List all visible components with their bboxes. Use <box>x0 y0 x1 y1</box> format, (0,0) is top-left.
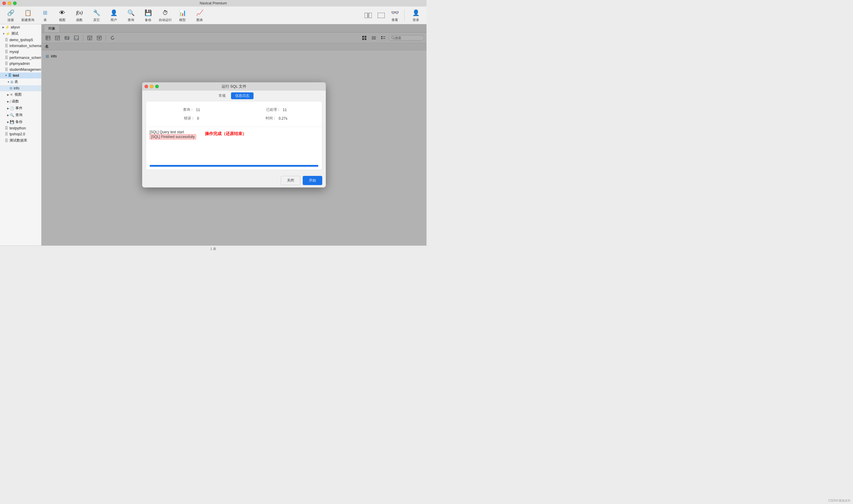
sidebar-item-info[interactable]: ⊞ info <box>0 85 41 91</box>
svg-rect-2 <box>378 13 385 18</box>
info-schema-label: information_schema <box>10 44 41 48</box>
run-sql-modal: 运行 SQL 文件 常规 信息日志 查询： <box>142 82 326 187</box>
modal-tab-log[interactable]: 信息日志 <box>231 92 253 99</box>
sidebar-item-mysql[interactable]: 🗄 mysql <box>0 49 41 55</box>
sidebar-item-tpshop2[interactable]: 🗄 tpshop2.0 <box>0 131 41 137</box>
sidebar-item-func-folder[interactable]: ▶ f 函数 <box>0 98 41 105</box>
view-label: 视图 <box>59 18 66 22</box>
log-lines: [SQL] Query test start [SQL] Finished su… <box>149 130 196 160</box>
close-button[interactable] <box>2 1 6 5</box>
connection-icon: ⚡ <box>6 32 10 36</box>
other-label: 其它 <box>93 18 100 22</box>
main-layout: ▶ ⚡ aliyun ▼ ⚡ 测试 🗄 demo_tpshop5 🗄 infor… <box>0 24 427 246</box>
new-query-label: 新建查询 <box>21 18 34 22</box>
toolbar-function[interactable]: f(x) 函数 <box>72 8 87 23</box>
query-label: 查询： <box>183 107 194 112</box>
sidebar-item-aliyun[interactable]: ▶ ⚡ aliyun <box>0 24 41 30</box>
modal-body: 查询： 11 已处理： 11 错误： 0 时间： <box>146 101 322 170</box>
toolbar-connect[interactable]: 🔗 连接 <box>3 8 18 23</box>
table-icon: ⊞ <box>10 86 13 90</box>
log-line-2: [SQL] Finished successfully <box>149 135 196 139</box>
modal-log: [SQL] Query test start [SQL] Finished su… <box>146 127 322 163</box>
function-icon: f(x) <box>75 8 84 17</box>
sidebar-item-test[interactable]: ▼ 🗄 test <box>0 73 41 78</box>
error-value: 0 <box>197 116 199 121</box>
modal-min-btn[interactable] <box>150 85 154 88</box>
view-icon: 👁 <box>58 8 67 17</box>
sidebar-item-student-management[interactable]: 🗄 studentManagementSystem <box>0 67 41 73</box>
modal-tb-buttons <box>144 85 159 88</box>
perf-schema-label: performance_schema <box>10 56 41 60</box>
toolbar-query[interactable]: 🔍 查询 <box>123 8 139 23</box>
demo-tpshop5-label: demo_tpshop5 <box>10 38 33 42</box>
sidebar-item-test-db[interactable]: 🗄 测试数据库 <box>0 137 41 144</box>
student-mgmt-label: studentManagementSystem <box>10 68 41 72</box>
maximize-button[interactable] <box>13 1 17 5</box>
start-button[interactable]: 开始 <box>303 176 322 185</box>
sidebar-item-backup-folder[interactable]: ▶ 💾 备份 <box>0 119 41 125</box>
expand-icon: ▶ <box>7 114 9 117</box>
sidebar-item-ceshi[interactable]: ▼ ⚡ 测试 <box>0 30 41 37</box>
titlebar: Navicat Premium <box>0 0 427 6</box>
modal-overlay: 运行 SQL 文件 常规 信息日志 查询： <box>41 24 427 246</box>
db-icon: 🗄 <box>5 139 8 143</box>
status-text: 1 表 <box>210 247 216 251</box>
biao-label: 表 <box>15 79 18 84</box>
sidebar-item-view-folder[interactable]: ▶ 👁 视图 <box>0 91 41 98</box>
expand-icon: ▼ <box>5 74 7 77</box>
mysql-label: mysql <box>10 50 19 54</box>
auto-run-label: 自动运行 <box>159 18 172 22</box>
time-label: 时间： <box>266 116 276 121</box>
modal-max-btn[interactable] <box>155 85 159 88</box>
sidebar: ▶ ⚡ aliyun ▼ ⚡ 测试 🗄 demo_tpshop5 🗄 infor… <box>0 24 41 246</box>
query-label: 查询 <box>128 18 134 22</box>
sidebar-item-information-schema[interactable]: 🗄 information_schema <box>0 43 41 49</box>
single-view-button[interactable] <box>376 10 387 21</box>
toolbar-view[interactable]: 👁 视图 <box>54 8 70 23</box>
expand-icon: ▼ <box>2 32 5 35</box>
toolbar-other[interactable]: 🔧 其它 <box>89 8 104 23</box>
modal-footer: 关闭 开始 <box>142 174 326 187</box>
stat-error: 错误： 0 <box>155 116 228 121</box>
function-label: 函数 <box>76 18 83 22</box>
model-label: 模型 <box>179 18 186 22</box>
toolbar-backup[interactable]: 💾 备份 <box>140 8 156 23</box>
sidebar-item-query-folder[interactable]: ▶ 🔍 查询 <box>0 112 41 119</box>
modal-tab-general[interactable]: 常规 <box>214 92 230 99</box>
toolbar-user[interactable]: 👤 用户 <box>106 8 121 23</box>
sidebar-item-demo-tpshop5[interactable]: 🗄 demo_tpshop5 <box>0 37 41 43</box>
modal-titlebar: 运行 SQL 文件 <box>142 82 326 91</box>
minimize-button[interactable] <box>8 1 11 5</box>
modal-close-btn[interactable] <box>144 85 148 88</box>
toolbar-login[interactable]: 👤 登录 <box>408 8 424 23</box>
db-icon: 🗄 <box>5 38 8 42</box>
toolbar-browse[interactable]: 👓 查看 <box>389 8 401 23</box>
sidebar-item-testpython[interactable]: 🗄 testpython <box>0 125 41 131</box>
titlebar-buttons <box>2 1 17 5</box>
svg-rect-0 <box>365 13 368 18</box>
modal-title: 运行 SQL 文件 <box>221 84 247 89</box>
toolbar-model[interactable]: 📊 模型 <box>175 8 190 23</box>
sidebar-item-event-folder[interactable]: ▶ 🕐 事件 <box>0 105 41 112</box>
sidebar-item-phpmyadmin[interactable]: 🗄 phpmyadmin <box>0 61 41 67</box>
toolbar-chart[interactable]: 📈 图表 <box>192 8 207 23</box>
db-icon: 🗄 <box>5 50 8 54</box>
sidebar-item-table-folder[interactable]: ▼ ⊞ 表 <box>0 78 41 85</box>
split-view-button[interactable] <box>363 10 373 21</box>
log-text-1: [SQL] Query test start <box>149 130 184 134</box>
phpmyadmin-label: phpmyadmin <box>10 61 30 66</box>
backup-label: 备份 <box>145 18 152 22</box>
close-button[interactable]: 关闭 <box>281 176 300 185</box>
browse-icon: 👓 <box>390 8 399 17</box>
toolbar-new-query[interactable]: 📋 新建查询 <box>20 8 36 23</box>
toolbar-table[interactable]: ⊞ 表 <box>37 8 53 23</box>
modal-progress <box>146 163 322 170</box>
chart-icon: 📈 <box>195 8 204 17</box>
func-folder-icon: f <box>10 99 11 104</box>
event-folder-label: 事件 <box>15 106 22 111</box>
sidebar-item-performance-schema[interactable]: 🗄 performance_schema <box>0 55 41 61</box>
progress-bar-fill <box>149 165 318 167</box>
db-icon: 🗄 <box>5 56 8 60</box>
toolbar-auto-run[interactable]: ⏱ 自动运行 <box>158 8 173 23</box>
backup-icon: 💾 <box>144 8 153 17</box>
